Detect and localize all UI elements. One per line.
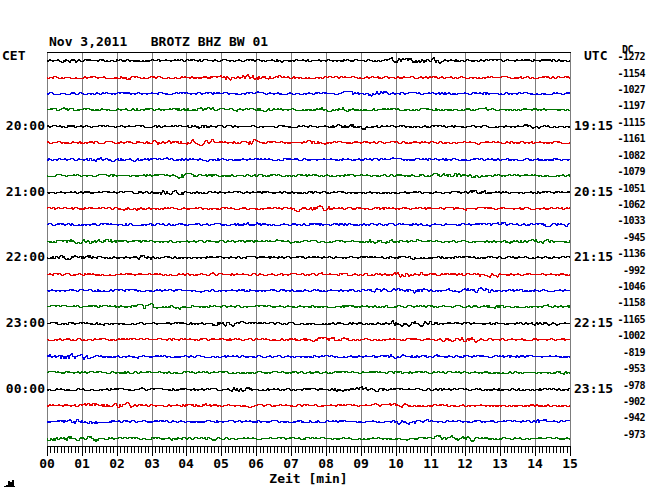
x-tick-label: 03 xyxy=(135,457,169,471)
x-tick-label: 00 xyxy=(30,457,64,471)
dc-value: -953 xyxy=(595,364,645,374)
dc-value: -1272 xyxy=(595,52,645,62)
seismogram-trace-row xyxy=(47,354,570,360)
dc-value: -1079 xyxy=(595,167,645,177)
x-tick-label: 14 xyxy=(518,457,552,471)
dc-value: -819 xyxy=(595,348,645,358)
seismogram-trace-row xyxy=(47,372,570,375)
dc-value: -1033 xyxy=(595,216,645,226)
dc-value: -1158 xyxy=(595,298,645,308)
x-tick-label: 09 xyxy=(344,457,378,471)
seismogram-trace-row xyxy=(47,75,570,81)
dc-value: -1051 xyxy=(595,184,645,194)
x-tick-label: 01 xyxy=(65,457,99,471)
dc-value: -1136 xyxy=(595,249,645,259)
seismogram-trace-row xyxy=(47,273,570,278)
dc-value: -992 xyxy=(595,266,645,276)
seismogram-plot xyxy=(0,0,650,494)
x-tick-label: 04 xyxy=(169,457,203,471)
seismogram-trace-row xyxy=(47,256,570,260)
seismogram-trace-row xyxy=(47,420,570,425)
x-tick-label: 02 xyxy=(100,457,134,471)
seismogram-trace-row xyxy=(47,58,570,64)
dc-value: -978 xyxy=(595,381,645,391)
seismogram-trace-row xyxy=(47,191,570,195)
dc-value: -1115 xyxy=(595,118,645,128)
x-tick-label: 11 xyxy=(414,457,448,471)
dc-value: -902 xyxy=(595,397,645,407)
dc-value: -945 xyxy=(595,233,645,243)
dc-value: -942 xyxy=(595,413,645,423)
seismogram-trace-row xyxy=(47,140,570,146)
seismogram-trace-row xyxy=(47,92,570,97)
seismogram-trace-row xyxy=(47,288,570,294)
dc-value: -1027 xyxy=(595,85,645,95)
seismogram-trace-row xyxy=(47,125,570,130)
dc-value: -1161 xyxy=(595,134,645,144)
seismogram-trace-row xyxy=(47,240,570,244)
x-tick-label: 12 xyxy=(448,457,482,471)
dc-value: -1062 xyxy=(595,200,645,210)
dc-value: -1165 xyxy=(595,315,645,325)
page-title: Nov 3,2011 BROTZ BHZ BW 01 xyxy=(49,35,268,49)
seismogram-trace-row xyxy=(47,158,570,162)
seismogram-trace-row xyxy=(47,223,570,227)
helicorder-screen: Nov 3,2011 BROTZ BHZ BW 01 CET UTC DC 20… xyxy=(0,0,650,494)
seismogram-trace-row xyxy=(47,403,570,408)
dc-value: -1082 xyxy=(595,151,645,161)
x-tick-label: 10 xyxy=(379,457,413,471)
seismogram-trace-row xyxy=(47,174,570,179)
x-tick-label: 07 xyxy=(274,457,308,471)
dc-value: -1197 xyxy=(595,101,645,111)
cet-header: CET xyxy=(2,49,25,63)
dc-value: -1046 xyxy=(595,282,645,292)
cet-time-label: 21:00 xyxy=(0,185,45,199)
dc-value: -1154 xyxy=(595,69,645,79)
seismogram-trace-row xyxy=(47,387,570,392)
seismogram-trace-row xyxy=(47,321,570,327)
x-tick-label: 08 xyxy=(309,457,343,471)
cet-time-label: 22:00 xyxy=(0,250,45,264)
seismogram-trace-row xyxy=(47,206,570,212)
x-tick-label: 05 xyxy=(204,457,238,471)
x-tick-label: 15 xyxy=(553,457,587,471)
x-tick-label: 13 xyxy=(483,457,517,471)
cet-time-label: 23:00 xyxy=(0,316,45,330)
x-axis-title: Zeit [min] xyxy=(47,472,570,486)
seismogram-trace-row xyxy=(47,338,570,343)
x-tick-label: 06 xyxy=(239,457,273,471)
cet-time-label: 00:00 xyxy=(0,382,45,396)
seismic-squiggle-icon xyxy=(4,478,18,488)
cet-time-label: 20:00 xyxy=(0,119,45,133)
seismogram-trace-row xyxy=(47,108,570,112)
seismogram-trace-row xyxy=(47,436,570,442)
dc-value: -973 xyxy=(595,430,645,440)
seismogram-trace-row xyxy=(47,304,570,310)
dc-value: -1002 xyxy=(595,331,645,341)
